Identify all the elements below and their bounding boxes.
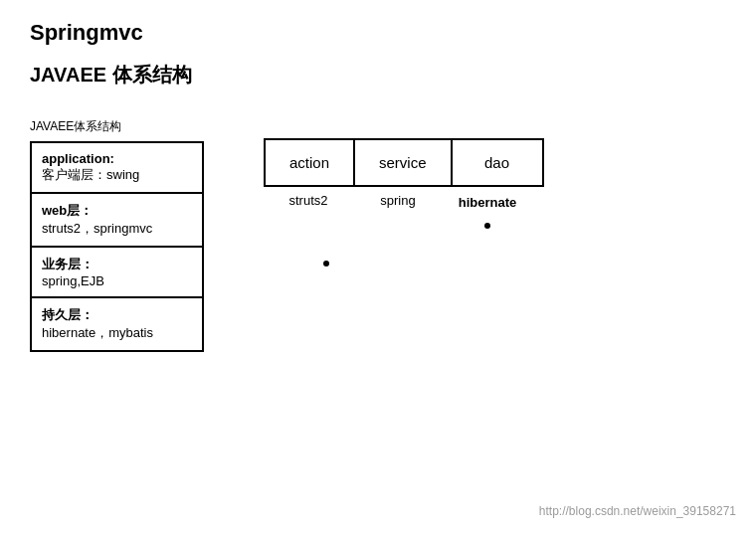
mvc-dot-row [264, 215, 532, 233]
stack-row-app-content: 客户端层：swing [42, 166, 192, 184]
stack-row-biz: 业务层： spring,EJB [32, 248, 202, 298]
mvc-label-spring: spring [353, 193, 443, 211]
mvc-labels-row: struts2 spring hibernate [264, 193, 532, 211]
diagram-label: JAVAEE体系结构 [30, 118, 121, 135]
stack-row-web-title: web层： [42, 202, 192, 220]
stack-row-web-content: struts2，springmvc [42, 220, 192, 238]
watermark: http://blog.csdn.net/weixin_39158271 [539, 504, 736, 518]
stack-row-biz-content: spring,EJB [42, 273, 192, 288]
dot-row-bottom [323, 253, 329, 270]
mvc-cell-service: service [355, 140, 453, 185]
mvc-cell-dao: dao [453, 140, 542, 185]
mvc-label-struts2: struts2 [264, 193, 353, 211]
hibernate-label: hibernate [459, 195, 517, 210]
mvc-row-box: action service dao [264, 138, 544, 187]
section-title: JAVAEE 体系结构 [30, 62, 726, 89]
dot-col-3 [443, 215, 532, 233]
page-container: Springmvc JAVAEE 体系结构 JAVAEE体系结构 applica… [0, 0, 756, 536]
stack-row-app: application: 客户端层：swing [32, 143, 202, 194]
diagram-area: JAVAEE体系结构 application: 客户端层：swing web层：… [30, 118, 726, 352]
bottom-dot [323, 261, 329, 267]
dot-col-2 [353, 215, 443, 233]
stack-row-dao-content: hibernate，mybatis [42, 324, 192, 342]
main-title: Springmvc [30, 20, 726, 46]
stack-row-biz-title: 业务层： [42, 256, 192, 273]
left-panel: JAVAEE体系结构 application: 客户端层：swing web层：… [30, 118, 204, 352]
stack-row-web: web层： struts2，springmvc [32, 194, 202, 248]
mvc-cell-action: action [266, 140, 355, 185]
stack-row-dao: 持久层： hibernate，mybatis [32, 298, 202, 350]
stack-row-app-title: application: [42, 151, 192, 166]
mvc-label-hibernate: hibernate [443, 193, 532, 211]
stack-row-dao-title: 持久层： [42, 306, 192, 324]
stack-box: application: 客户端层：swing web层： struts2，sp… [30, 141, 204, 352]
right-panel: action service dao struts2 spring hibern… [264, 138, 544, 270]
dot-col-1 [264, 215, 353, 233]
hibernate-dot [484, 223, 490, 229]
